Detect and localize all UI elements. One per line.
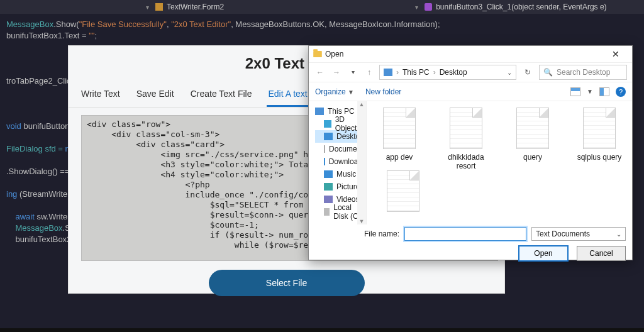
search-input[interactable]: 🔍 Search Desktop [539, 65, 627, 80]
file-item[interactable]: dhikkidada resort [441, 108, 491, 170]
tab-save-edit[interactable]: Save Edit [135, 84, 175, 107]
text-file-icon [383, 108, 416, 149]
preview-pane-button[interactable] [599, 87, 609, 96]
chevron-right-icon: › [396, 68, 399, 77]
folder-icon [313, 51, 322, 57]
view-mode-button[interactable] [570, 87, 580, 96]
file-label: dhikkidada resort [441, 153, 491, 170]
help-icon[interactable]: ? [616, 87, 626, 97]
breadcrumb-method: bunifuButton3_Click_1(object sender, Eve… [436, 3, 607, 11]
file-item[interactable] [374, 170, 425, 212]
file-list: app dev dhikkidada resort query sqlplus … [367, 101, 632, 224]
nav-history-button[interactable]: ▾ [347, 66, 359, 79]
method-icon [425, 3, 432, 11]
address-breadcrumb[interactable]: › This PC › Desktop ⌄ [379, 65, 516, 80]
file-label: sqlplus query [574, 153, 625, 162]
class-icon [155, 3, 163, 11]
chevron-down-icon[interactable]: ⌄ [507, 69, 512, 76]
chevron-right-icon: › [433, 68, 436, 77]
nav-back-button[interactable]: ← [314, 66, 326, 79]
file-name-input[interactable] [404, 227, 526, 241]
text-file-icon [583, 108, 616, 149]
file-item[interactable]: sqlplus query [574, 108, 625, 162]
pc-icon [384, 69, 392, 76]
ide-breadcrumb-bar: ▾ TextWriter.Form2 ▾ bunifuButton3_Click… [0, 0, 644, 14]
file-type-select[interactable]: Text Documents⌄ [531, 227, 626, 241]
dialog-title: Open [323, 50, 603, 58]
select-file-button[interactable]: Select File [209, 270, 365, 296]
file-label: query [508, 153, 558, 162]
open-button[interactable]: Open [519, 246, 568, 261]
text-file-icon [387, 170, 419, 212]
organize-menu[interactable]: Organize ▼ [315, 87, 354, 96]
close-button[interactable]: ✕ [603, 49, 628, 59]
breadcrumb-desktop[interactable]: Desktop [440, 68, 467, 77]
file-item[interactable]: app dev [374, 108, 425, 162]
file-item[interactable]: query [508, 108, 558, 162]
refresh-button[interactable]: ↻ [520, 68, 535, 77]
breadcrumb-this-pc[interactable]: This PC [402, 68, 430, 77]
breadcrumb-right[interactable]: ▾ bunifuButton3_Click_1(object sender, E… [413, 3, 607, 11]
chevron-down-icon[interactable]: ▼ [587, 88, 593, 95]
file-label: app dev [374, 153, 425, 162]
tab-create-text-file[interactable]: Create Text File [189, 84, 253, 107]
breadcrumb-class: TextWriter.Form2 [167, 3, 224, 11]
text-file-icon [450, 108, 482, 149]
new-folder-button[interactable]: New folder [365, 87, 401, 96]
chevron-down-icon: ▾ [146, 4, 149, 11]
navigation-pane: This PC 3D Objects Desktop Documents Dow… [309, 101, 367, 224]
tab-write-text[interactable]: Write Text [80, 84, 121, 107]
file-name-label: File name: [364, 230, 399, 238]
search-icon: 🔍 [543, 68, 553, 77]
breadcrumb-left[interactable]: ▾ TextWriter.Form2 [143, 3, 224, 11]
text-file-icon [516, 108, 549, 149]
nav-scrollbar[interactable]: ▲▼ [357, 101, 366, 224]
nav-forward-button[interactable]: → [330, 66, 343, 79]
chevron-down-icon: ▾ [415, 4, 418, 11]
nav-up-button[interactable]: ↑ [363, 66, 375, 79]
open-file-dialog: Open ✕ ← → ▾ ↑ › This PC › Desktop ⌄ ↻ 🔍… [308, 45, 633, 260]
cancel-button[interactable]: Cancel [577, 246, 626, 261]
search-placeholder: Search Desktop [557, 68, 610, 77]
